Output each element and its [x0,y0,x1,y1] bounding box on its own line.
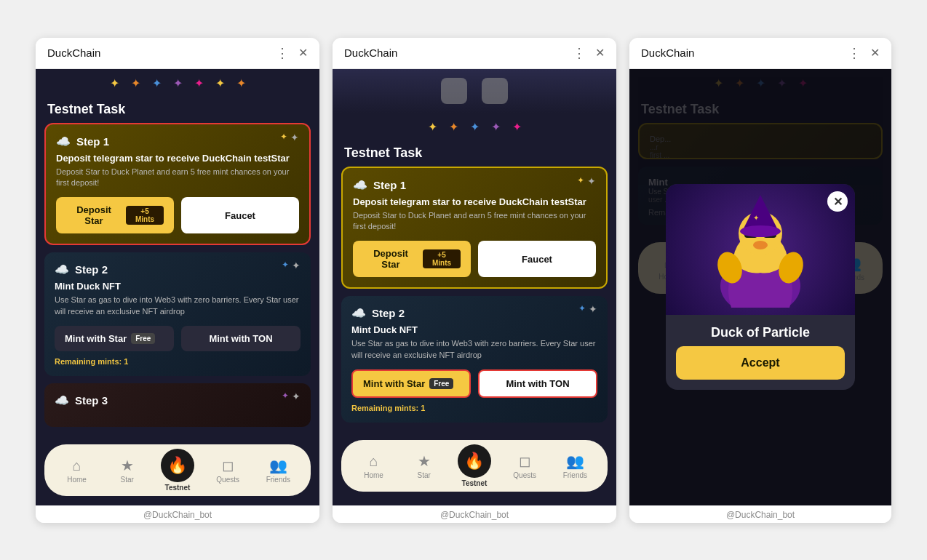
nav-quests-item-1[interactable]: ◻ Quests [210,457,246,484]
top-icon-1 [441,78,467,104]
step2-label-2: Step 2 [372,307,405,319]
nav-friends-item-1[interactable]: 👥 Friends [260,457,296,484]
bottom-nav-2: ⌂ Home ★ Star 🔥 Testnet ◻ [341,440,608,492]
star-deco-w2-4: ✦ [491,120,501,134]
app-body-3: ✦ ✦ ✦ ✦ ✦ Testnet Task Dep... ...r first… [629,69,891,505]
stars-decoration-1: ✦ ✦ ✦ ✦ ✦ ✦ ✦ [36,69,319,95]
nav-testnet-item-2[interactable]: 🔥 Testnet [456,444,493,487]
nav-quests-item-2[interactable]: ◻ Quests [506,452,543,479]
step3-title-1: ☁️ Step 3 [55,393,301,407]
close-btn-3[interactable]: ✕ [870,46,880,60]
mint-ton-button-1[interactable]: Mint with TON [181,326,301,351]
top-icon-2 [482,78,508,104]
testnet-active-bg-1: 🔥 [161,449,194,482]
modal-close-btn-3[interactable]: ✕ [827,191,848,212]
window-3: DuckChain ⋮ ✕ ✦ ✦ ✦ ✦ ✦ Testnet Task Dep… [629,38,891,523]
step2-card-1: ✦ ✦ ☁️ Step 2 Mint Duck NFT Use Star as … [44,252,311,376]
modal-title-3: Duck of Particle [666,315,855,346]
nav-star-item-2[interactable]: ★ Star [406,452,442,479]
menu-dots-1[interactable]: ⋮ [276,45,290,61]
nav-home-item-2[interactable]: ⌂ Home [356,453,392,479]
nav-home-item-1[interactable]: ⌂ Home [59,457,95,484]
deposit-star-badge-2: +5 Mints [423,249,461,268]
step1-card-1: ✦ ✦ ☁️ Step 1 Deposit telegram star to r… [44,123,311,246]
step2-title-2: ☁️ Step 2 [351,306,597,320]
close-btn-2[interactable]: ✕ [595,46,605,60]
home-icon-2: ⌂ [370,453,378,470]
fire-icon-2: 🔥 [464,452,484,471]
deco-w2-2: ✦ [587,175,596,187]
mint-star-label-1: Mint with Star [65,333,127,344]
quests-icon-2: ◻ [519,452,531,470]
svg-text:✦: ✦ [753,214,759,222]
titlebar-controls-1: ⋮ ✕ [276,45,308,61]
step1-subtitle-1: Deposit telegram star to receive DuckCha… [56,153,299,164]
star-deco-5: ✦ [194,76,204,90]
step1-deco-2: ✦ ✦ [577,175,596,187]
deco-star-6: ✦ [292,391,301,402]
nav-friends-item-2[interactable]: 👥 Friends [557,452,593,479]
home-label-1: Home [67,476,87,484]
step1-card-2: ✦ ✦ ☁️ Step 1 Deposit telegram star to r… [341,167,608,289]
step2-card-2: ✦ ✦ ☁️ Step 2 Mint Duck NFT Use Star as … [341,296,608,423]
bottom-nav-1: ⌂ Home ★ Star 🔥 Testnet ◻ [44,444,311,496]
modal-image-3: ✦ [666,184,855,315]
menu-dots-3[interactable]: ⋮ [848,45,862,61]
friends-label-2: Friends [563,471,587,479]
step2-label-1: Step 2 [75,263,108,276]
menu-dots-2[interactable]: ⋮ [573,45,586,61]
step1-cloud-1: ☁️ [56,135,71,148]
modal-close-icon-3: ✕ [833,195,843,209]
deposit-star-button-1[interactable]: Deposit Star +5 Mints [56,197,174,233]
mint-star-button-2[interactable]: Mint with Star Free [351,369,471,398]
remaining-mints-2: Remaining mints: 1 [351,404,597,412]
step2-desc-2: Use Star as gas to dive into Web3 with z… [351,338,597,361]
app-body-1: ✦ ✦ ✦ ✦ ✦ ✦ ✦ Testnet Task ✦ ✦ ☁️ Step 1 [36,69,319,505]
star-deco-w2-3: ✦ [470,120,480,134]
friends-icon-1: 👥 [269,457,287,474]
testnet-label-1: Testnet [165,484,191,492]
step1-btn-row-1: Deposit Star +5 Mints Faucet [56,197,299,233]
app-top-fade-2 [333,69,616,113]
star-deco-4: ✦ [173,76,183,90]
quests-label-1: Quests [216,476,239,484]
friends-icon-2: 👥 [566,452,584,470]
deco-star-1: ✦ [280,132,287,143]
nav-container-1: ⌂ Home ★ Star 🔥 Testnet ◻ [36,434,319,505]
app-title-1: DuckChain [47,47,100,59]
deposit-star-button-2[interactable]: Deposit Star +5 Mints [353,241,471,277]
step2-cloud-1: ☁️ [55,263,69,276]
svg-point-6 [753,241,768,249]
nav-star-item-1[interactable]: ★ Star [109,457,146,484]
duck-illustration-3: ✦ [709,191,811,308]
star-label-1: Star [121,476,134,484]
star-deco-w2-2: ✦ [449,120,458,134]
bottom-text-3: @DuckChain_bot [629,505,891,523]
faucet-button-1[interactable]: Faucet [181,197,299,233]
close-btn-1[interactable]: ✕ [298,46,308,60]
deposit-star-badge-1: +5 Mints [126,206,164,225]
mint-ton-button-2[interactable]: Mint with TON [478,369,597,398]
bottom-text-1: @DuckChain_bot [36,505,319,523]
titlebar-3: DuckChain ⋮ ✕ [629,38,891,69]
titlebar-1: DuckChain ⋮ ✕ [36,38,319,69]
modal-accept-button-3[interactable]: Accept [676,346,845,380]
step3-deco-1: ✦ ✦ [282,391,301,402]
mint-star-button-1[interactable]: Mint with Star Free [55,326,174,351]
faucet-button-2[interactable]: Faucet [478,241,596,277]
deco-star-4: ✦ [292,260,301,271]
window-2: DuckChain ⋮ ✕ ✦ ✦ ✦ ✦ ✦ Testnet Task [333,38,616,523]
deco-star-5: ✦ [282,391,289,402]
step2-subtitle-2: Mint Duck NFT [351,324,597,335]
step2-subtitle-1: Mint Duck NFT [55,281,301,292]
star-icon-2: ★ [418,452,431,470]
window-1: DuckChain ⋮ ✕ ✦ ✦ ✦ ✦ ✦ ✦ ✦ Testnet Task… [36,38,319,523]
star-deco-6: ✦ [215,76,225,90]
nav-testnet-item-1[interactable]: 🔥 Testnet [159,449,196,492]
testnet-active-bg-2: 🔥 [458,444,491,478]
step3-cloud-1: ☁️ [55,393,69,407]
fire-icon-1: 🔥 [167,456,187,475]
deposit-star-label-2: Deposit Star [363,248,418,270]
deposit-star-label-1: Deposit Star [66,204,122,226]
star-deco-w2-1: ✦ [428,120,437,134]
